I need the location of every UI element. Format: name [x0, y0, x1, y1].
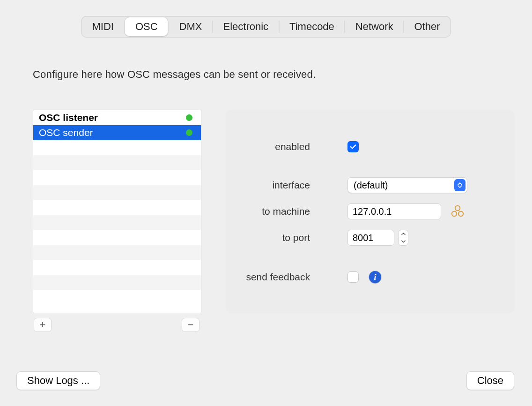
tab-network[interactable]: Network	[345, 16, 404, 37]
add-device-button[interactable]: +	[34, 318, 52, 332]
bonjour-browse-icon[interactable]	[451, 204, 465, 218]
enabled-label: enabled	[226, 141, 329, 152]
svg-point-0	[455, 206, 460, 211]
tab-label: Electronic	[223, 21, 268, 33]
list-item-empty	[33, 260, 201, 275]
list-item-empty	[33, 155, 201, 170]
list-item-empty	[33, 290, 201, 305]
tab-label: OSC	[135, 21, 158, 33]
list-item[interactable]: OSC sender	[33, 125, 201, 140]
tab-label: Network	[355, 21, 393, 33]
tab-electronic[interactable]: Electronic	[213, 16, 279, 37]
list-item-empty	[33, 215, 201, 230]
tab-osc[interactable]: OSC	[125, 17, 168, 36]
preferences-window: MIDI OSC DMX Electronic Timecode Network…	[0, 0, 532, 406]
tab-label: Other	[414, 21, 440, 33]
interface-select-value: (default)	[354, 180, 388, 191]
to-machine-label: to machine	[226, 206, 329, 217]
svg-point-2	[458, 211, 463, 216]
osc-device-list[interactable]: OSC listener OSC sender	[33, 110, 201, 313]
tab-dmx[interactable]: DMX	[169, 16, 213, 37]
tab-timecode[interactable]: Timecode	[279, 16, 345, 37]
form-row-to-machine: to machine	[226, 203, 465, 219]
send-feedback-label: send feedback	[226, 271, 329, 283]
tab-midi[interactable]: MIDI	[81, 16, 124, 37]
minus-icon: −	[188, 319, 194, 331]
list-item-empty	[33, 200, 201, 215]
tab-label: MIDI	[92, 21, 113, 33]
tabbar: MIDI OSC DMX Electronic Timecode Network…	[81, 16, 451, 38]
port-stepper[interactable]	[398, 230, 408, 246]
form-row-to-port: to port	[226, 230, 408, 246]
list-item-empty	[33, 245, 201, 260]
status-dot-icon	[186, 129, 192, 136]
to-machine-input[interactable]	[347, 203, 441, 219]
plus-icon: +	[40, 319, 46, 331]
show-logs-button[interactable]: Show Logs ...	[16, 371, 100, 390]
checkmark-icon	[349, 143, 357, 150]
list-item-empty	[33, 170, 201, 185]
list-item-empty	[33, 140, 201, 155]
svg-point-1	[452, 211, 457, 216]
tab-label: Timecode	[289, 21, 334, 33]
button-label: Show Logs ...	[27, 375, 89, 387]
list-item[interactable]: OSC listener	[33, 110, 201, 125]
status-dot-icon	[186, 114, 192, 121]
list-item-label: OSC sender	[39, 127, 93, 138]
tab-other[interactable]: Other	[404, 16, 451, 37]
close-button[interactable]: Close	[466, 371, 514, 390]
enabled-checkbox[interactable]	[347, 141, 359, 152]
page-description: Configure here how OSC messages can be s…	[33, 68, 316, 81]
form-row-interface: interface (default)	[226, 177, 467, 193]
to-port-label: to port	[226, 232, 329, 243]
send-feedback-checkbox[interactable]	[347, 271, 359, 283]
stepper-up-icon[interactable]	[399, 230, 408, 238]
to-port-input[interactable]	[347, 230, 394, 246]
interface-label: interface	[226, 180, 329, 191]
form-row-send-feedback: send feedback i	[226, 269, 381, 285]
list-item-label: OSC listener	[39, 112, 98, 123]
list-item-empty	[33, 275, 201, 290]
interface-select[interactable]: (default)	[347, 177, 467, 193]
select-arrows-icon	[454, 179, 466, 191]
remove-device-button[interactable]: −	[182, 318, 200, 332]
tab-label: DMX	[179, 21, 202, 33]
info-icon[interactable]: i	[369, 271, 381, 283]
button-label: Close	[477, 375, 503, 387]
stepper-down-icon[interactable]	[399, 238, 408, 246]
list-item-empty	[33, 185, 201, 200]
osc-sender-settings-panel: enabled interface (default) to machine	[226, 110, 515, 313]
form-row-enabled: enabled	[226, 139, 359, 155]
list-item-empty	[33, 230, 201, 245]
